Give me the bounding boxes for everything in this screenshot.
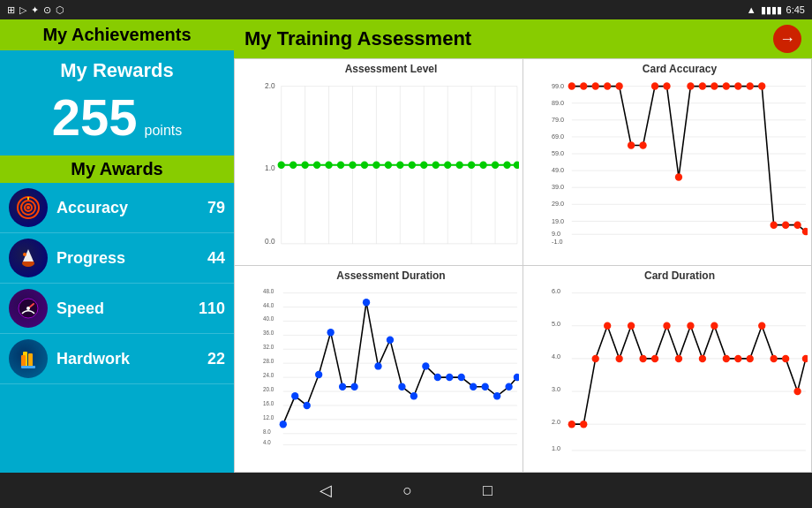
svg-point-84 — [568, 82, 575, 89]
award-item-progress[interactable]: Progress 44 — [0, 233, 234, 284]
svg-point-101 — [771, 221, 778, 228]
svg-point-182 — [802, 355, 808, 362]
svg-point-34 — [302, 162, 309, 169]
speed-name: Speed — [56, 299, 190, 318]
awards-header: My Awards — [0, 155, 234, 183]
svg-point-3 — [26, 206, 30, 209]
hardwork-icon — [9, 339, 48, 378]
svg-text:49.0: 49.0 — [552, 166, 564, 174]
svg-point-40 — [372, 162, 380, 169]
svg-point-51 — [503, 162, 510, 169]
svg-point-37 — [337, 162, 344, 169]
left-panel: My Achievements My Rewards 255 points My… — [0, 19, 234, 473]
svg-point-145 — [470, 383, 477, 390]
svg-point-99 — [747, 82, 754, 89]
svg-text:89.0: 89.0 — [552, 99, 564, 107]
svg-point-129 — [280, 421, 287, 428]
home-button[interactable]: ○ — [402, 481, 412, 500]
svg-text:3.0: 3.0 — [552, 385, 560, 393]
right-header-title: My Training Assessment — [244, 27, 471, 50]
award-item-speed[interactable]: Speed 110 — [0, 284, 234, 334]
chart-svg-card-duration: 6.0 5.0 4.0 3.0 2.0 1.0 — [552, 284, 808, 452]
svg-text:79.0: 79.0 — [552, 116, 564, 124]
chart-card-accuracy: Card Accuracy 99.0 89.0 79.0 69.0 59.0 4… — [523, 59, 811, 265]
back-button[interactable]: ◁ — [320, 481, 332, 500]
svg-point-142 — [434, 374, 441, 381]
svg-text:28.0: 28.0 — [263, 358, 274, 364]
svg-point-146 — [482, 383, 489, 390]
svg-point-85 — [580, 82, 587, 89]
svg-point-86 — [592, 82, 599, 89]
points-display: 255 points — [52, 87, 182, 147]
svg-point-141 — [422, 362, 429, 369]
svg-point-88 — [616, 82, 623, 89]
svg-point-176 — [734, 355, 741, 362]
svg-point-135 — [350, 383, 357, 390]
svg-point-147 — [493, 392, 500, 399]
svg-text:2.0: 2.0 — [265, 81, 275, 90]
svg-text:6.0: 6.0 — [552, 287, 560, 295]
nav-button[interactable]: → — [773, 25, 801, 53]
svg-point-38 — [349, 162, 356, 169]
award-item-accuracy[interactable]: Accuracy 79 — [0, 183, 234, 233]
svg-point-94 — [687, 82, 694, 89]
chart-title-assessment-duration: Assessment Duration — [263, 269, 519, 282]
svg-point-173 — [699, 355, 706, 362]
svg-text:24.0: 24.0 — [263, 372, 274, 378]
svg-point-134 — [339, 383, 346, 390]
svg-point-10 — [26, 307, 30, 310]
svg-point-47 — [456, 162, 463, 169]
svg-point-33 — [289, 162, 297, 169]
svg-rect-13 — [21, 355, 26, 368]
svg-point-143 — [446, 374, 453, 381]
accuracy-name: Accuracy — [56, 199, 199, 217]
progress-icon — [9, 239, 48, 277]
svg-text:8.0: 8.0 — [263, 428, 271, 435]
svg-point-170 — [663, 322, 670, 330]
svg-point-90 — [639, 141, 646, 148]
svg-point-42 — [396, 162, 403, 169]
chart-svg-assessment-duration: 48.0 44.0 40.0 36.0 32.0 28.0 24.0 20.0 … — [263, 284, 519, 452]
recent-button[interactable]: □ — [483, 481, 492, 500]
svg-point-102 — [782, 221, 789, 228]
award-item-hardwork[interactable]: Hardwork 22 — [0, 334, 234, 384]
svg-text:32.0: 32.0 — [263, 344, 274, 350]
svg-text:12.0: 12.0 — [263, 414, 274, 421]
wifi-icon: ▲ — [747, 4, 756, 15]
svg-point-172 — [687, 322, 694, 330]
svg-point-91 — [651, 82, 658, 89]
right-panel: My Training Assessment → Assessment Leve… — [234, 19, 812, 473]
svg-point-93 — [675, 173, 682, 180]
svg-point-103 — [793, 221, 801, 228]
svg-text:44.0: 44.0 — [263, 301, 274, 307]
svg-point-138 — [387, 336, 394, 343]
chart-title-assessment-level: Assessment Level — [263, 63, 519, 75]
battery-icon: ▮▮▮▮ — [761, 4, 782, 16]
svg-point-132 — [315, 371, 322, 378]
hardwork-name: Hardwork — [56, 350, 199, 368]
svg-text:36.0: 36.0 — [263, 330, 274, 336]
svg-point-165 — [604, 322, 611, 330]
svg-point-50 — [492, 162, 499, 169]
svg-point-167 — [628, 322, 635, 330]
chart-assessment-duration: Assessment Duration 48.0 44.0 40.0 36.0 … — [235, 266, 523, 472]
svg-text:4.0: 4.0 — [263, 439, 271, 445]
status-icon-5: ⬡ — [56, 4, 64, 16]
svg-point-48 — [468, 162, 475, 169]
svg-text:1.0: 1.0 — [552, 444, 560, 452]
status-bar: ⊞ ▷ ✦ ⊙ ⬡ ▲ ▮▮▮▮ 6:45 — [0, 0, 812, 19]
svg-point-136 — [363, 299, 370, 306]
hardwork-count: 22 — [207, 350, 225, 368]
svg-rect-12 — [28, 353, 33, 368]
svg-point-7 — [23, 253, 26, 256]
chart-title-card-accuracy: Card Accuracy — [552, 63, 808, 75]
svg-text:19.0: 19.0 — [552, 216, 564, 224]
time-label: 6:45 — [786, 4, 805, 15]
svg-point-168 — [639, 355, 646, 362]
svg-point-178 — [758, 322, 765, 330]
status-icon-1: ⊞ — [7, 4, 15, 16]
rewards-label: My Rewards — [60, 59, 173, 82]
svg-point-162 — [568, 421, 575, 428]
svg-point-95 — [699, 82, 706, 89]
svg-point-49 — [479, 162, 486, 169]
